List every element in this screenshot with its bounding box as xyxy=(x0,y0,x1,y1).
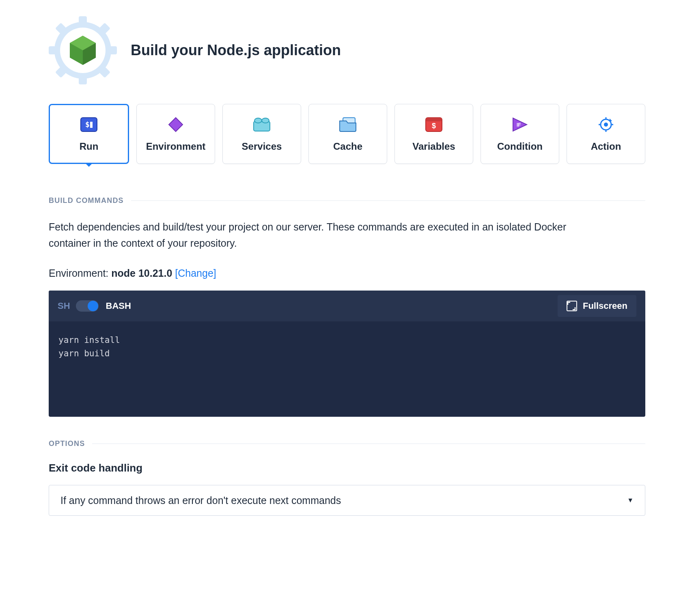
environment-label: Environment: xyxy=(49,267,111,279)
tab-label: Variables xyxy=(412,141,455,152)
tab-services[interactable]: Services xyxy=(222,104,301,164)
tab-label: Run xyxy=(80,141,99,152)
gear-action-icon xyxy=(597,116,615,134)
tab-label: Condition xyxy=(497,141,543,152)
svg-rect-1 xyxy=(79,16,87,25)
shell-toggle[interactable] xyxy=(76,300,99,312)
section-title: BUILD COMMANDS xyxy=(49,196,124,205)
fullscreen-icon xyxy=(567,301,577,311)
svg-rect-23 xyxy=(426,118,442,121)
shell-bash-label: BASH xyxy=(106,301,131,311)
page-header: Build your Node.js application xyxy=(49,16,645,84)
diamond-icon xyxy=(167,116,185,134)
change-environment-link[interactable]: [Change] xyxy=(175,267,216,279)
build-commands-description: Fetch dependencies and build/test your p… xyxy=(49,219,601,251)
config-tabs: $ Run Environment Services xyxy=(49,104,645,164)
options-heading: OPTIONS xyxy=(49,439,645,448)
editor-toolbar: SH BASH Fullscreen xyxy=(49,291,645,321)
terminal-icon: $ xyxy=(80,116,98,134)
tab-condition[interactable]: IF Condition xyxy=(481,104,559,164)
svg-point-28 xyxy=(604,123,608,127)
tab-environment[interactable]: Environment xyxy=(136,104,215,164)
tab-variables[interactable]: $ Variables xyxy=(394,104,473,164)
svg-rect-3 xyxy=(49,46,58,54)
svg-text:$: $ xyxy=(432,122,436,130)
tab-label: Environment xyxy=(146,141,206,152)
exit-code-handling-select[interactable]: If any command throws an error don't exe… xyxy=(49,485,645,516)
tab-label: Services xyxy=(242,141,282,152)
tab-cache[interactable]: Cache xyxy=(308,104,387,164)
tab-label: Cache xyxy=(333,141,362,152)
svg-rect-4 xyxy=(108,46,117,54)
tab-action[interactable]: Action xyxy=(567,104,645,164)
svg-point-19 xyxy=(254,118,262,123)
svg-text:$: $ xyxy=(85,120,90,129)
svg-point-20 xyxy=(262,118,269,123)
shell-sh-label: SH xyxy=(58,301,70,311)
exit-code-handling-heading: Exit code handling xyxy=(49,462,645,474)
tab-run[interactable]: $ Run xyxy=(49,104,129,164)
nodejs-gear-icon xyxy=(49,16,117,84)
editor-textarea[interactable]: yarn install yarn build xyxy=(49,321,645,417)
fullscreen-label: Fullscreen xyxy=(583,301,627,311)
build-commands-heading: BUILD COMMANDS xyxy=(49,196,645,205)
chevron-down-icon: ▼ xyxy=(627,497,634,504)
divider xyxy=(131,200,645,201)
folder-icon xyxy=(339,116,357,134)
svg-rect-15 xyxy=(90,122,93,128)
command-editor: SH BASH Fullscreen yarn install yarn bui… xyxy=(49,291,645,417)
container-icon xyxy=(253,116,271,134)
select-value: If any command throws an error don't exe… xyxy=(60,495,341,506)
svg-text:IF: IF xyxy=(517,122,521,128)
tab-label: Action xyxy=(591,141,621,152)
divider xyxy=(92,444,645,444)
play-if-icon: IF xyxy=(511,116,529,134)
svg-rect-2 xyxy=(79,75,87,84)
environment-line: Environment: node 10.21.0 [Change] xyxy=(49,267,645,279)
page-title: Build your Node.js application xyxy=(131,42,341,59)
variable-icon: $ xyxy=(425,116,443,134)
section-title: OPTIONS xyxy=(49,439,85,448)
environment-value: node 10.21.0 xyxy=(111,267,172,279)
fullscreen-button[interactable]: Fullscreen xyxy=(558,295,636,317)
svg-rect-16 xyxy=(169,118,183,131)
